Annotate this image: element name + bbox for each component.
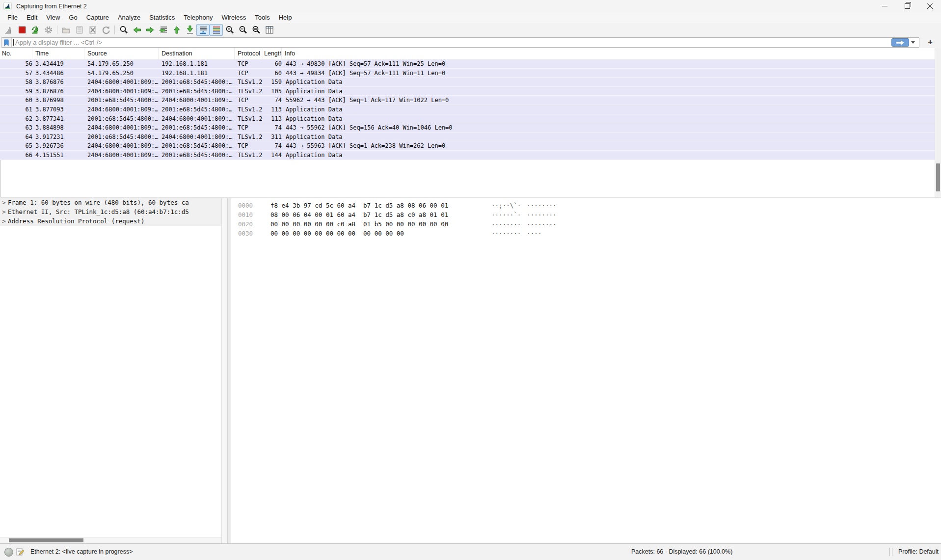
column-header-protocol[interactable]: Protocol	[235, 48, 263, 59]
packet-destination: 2404:6800:4001:809:…	[159, 133, 235, 142]
hex-row[interactable]: 002000 00 00 00 00 00 c0 a801 b5 00 00 0…	[231, 219, 941, 229]
go-top-icon[interactable]	[170, 24, 183, 36]
zoom-out-icon[interactable]	[236, 24, 249, 36]
column-header-source[interactable]: Source	[84, 48, 159, 59]
menu-wireless[interactable]: Wireless	[217, 12, 250, 23]
add-filter-button[interactable]: +	[925, 38, 935, 47]
menu-view[interactable]: View	[42, 12, 64, 23]
packet-time: 3.434419	[32, 59, 84, 69]
menu-file[interactable]: File	[3, 12, 22, 23]
apply-filter-button[interactable]	[891, 38, 909, 47]
close-button[interactable]	[918, 0, 941, 12]
packet-protocol: TLSv1.2	[235, 105, 263, 114]
packet-source: 2404:6800:4001:809:…	[84, 78, 159, 87]
expand-chevron-icon[interactable]: >	[0, 217, 8, 226]
packet-row[interactable]: 613.8770932404:6800:4001:809:…2001:e68:5…	[0, 105, 935, 114]
go-forward-icon[interactable]	[143, 24, 157, 36]
packet-row[interactable]: 653.9267362404:6800:4001:809:…2001:e68:5…	[0, 141, 935, 151]
packet-row[interactable]: 593.8768762404:6800:4001:809:…2001:e68:5…	[0, 87, 935, 96]
hex-ascii: ········	[527, 201, 556, 210]
expert-info-icon[interactable]	[4, 548, 13, 557]
menu-statistics[interactable]: Statistics	[145, 12, 179, 23]
go-back-icon[interactable]	[130, 24, 143, 36]
hex-row[interactable]: 0000f8 e4 3b 97 cd 5c 60 a4b7 1c d5 a8 0…	[231, 201, 941, 210]
expand-chevron-icon[interactable]: >	[0, 198, 8, 208]
packet-row[interactable]: 633.8848982404:6800:4001:809:…2001:e68:5…	[0, 123, 935, 133]
packet-no: 58	[0, 78, 32, 87]
packet-no: 60	[0, 96, 32, 105]
expand-chevron-icon[interactable]: >	[0, 208, 8, 217]
reload-file-icon[interactable]	[99, 24, 112, 36]
capture-comment-icon[interactable]	[16, 548, 25, 556]
auto-scroll-toggle-icon[interactable]	[196, 24, 210, 36]
packet-bytes-pane: 0000f8 e4 3b 97 cd 5c 60 a4b7 1c d5 a8 0…	[231, 198, 941, 544]
packet-time: 3.876876	[32, 87, 84, 96]
packet-no: 65	[0, 141, 32, 151]
open-file-icon[interactable]	[59, 24, 73, 36]
capture-options-gear-icon[interactable]	[42, 24, 55, 36]
profile-text[interactable]: Profile: Default	[898, 544, 939, 560]
packet-row[interactable]: 664.1515512404:6800:4001:809:…2001:e68:5…	[0, 151, 935, 160]
zoom-reset-icon[interactable]	[249, 24, 263, 36]
packet-protocol: TLSv1.2	[235, 87, 263, 96]
packet-row[interactable]: 623.8773412001:e68:5d45:4800:…2404:6800:…	[0, 114, 935, 124]
detail-row[interactable]: >Frame 1: 60 bytes on wire (480 bits), 6…	[0, 198, 221, 208]
find-packet-icon[interactable]	[117, 24, 130, 36]
column-header-info[interactable]: Info	[282, 48, 935, 59]
colorize-toggle-icon[interactable]	[210, 24, 223, 36]
scrollbar-thumb[interactable]	[936, 163, 940, 191]
packet-length: 311	[263, 133, 282, 142]
title-bar: Capturing from Ethernet 2	[0, 0, 941, 12]
hex-ascii: ········	[527, 210, 556, 219]
menu-telephony[interactable]: Telephony	[179, 12, 217, 23]
packet-protocol: TLSv1.2	[235, 78, 263, 87]
column-header-time[interactable]: Time	[32, 48, 84, 59]
packet-row[interactable]: 563.43441954.179.65.250192.168.1.181TCP6…	[0, 59, 935, 69]
column-header-length[interactable]: Length	[263, 48, 282, 59]
menu-analyze[interactable]: Analyze	[113, 12, 145, 23]
packet-row[interactable]: 643.9172312001:e68:5d45:4800:…2404:6800:…	[0, 133, 935, 142]
hex-bytes: f8 e4 3b 97 cd 5c 60 a4	[270, 201, 355, 210]
hex-offset: 0000	[238, 201, 260, 210]
menu-go[interactable]: Go	[64, 12, 81, 23]
minimize-button[interactable]	[873, 0, 896, 12]
packet-no: 66	[0, 151, 32, 160]
filter-dropdown-caret-icon[interactable]	[911, 41, 915, 44]
restart-capture-icon[interactable]	[28, 24, 42, 36]
packet-row[interactable]: 583.8768762404:6800:4001:809:…2001:e68:5…	[0, 78, 935, 87]
stop-capture-icon[interactable]	[15, 24, 28, 36]
menu-edit[interactable]: Edit	[22, 12, 42, 23]
save-file-icon[interactable]	[73, 24, 86, 36]
hex-ascii: ········	[491, 229, 521, 238]
filter-bookmark-button[interactable]	[1, 38, 12, 47]
restore-button[interactable]	[896, 0, 918, 12]
detail-row[interactable]: >Ethernet II, Src: TPLink_1c:d5:a8 (60:a…	[0, 208, 221, 217]
packet-list-header: No.TimeSourceDestinationProtocolLengthIn…	[0, 48, 935, 60]
menu-tools[interactable]: Tools	[250, 12, 274, 23]
hex-row[interactable]: 001008 00 06 04 00 01 60 a4b7 1c d5 a8 c…	[231, 210, 941, 219]
packet-row[interactable]: 573.43448654.179.65.250192.168.1.181TCP6…	[0, 69, 935, 78]
start-capture-icon[interactable]	[2, 24, 15, 36]
packet-list-scrollbar[interactable]	[935, 48, 941, 197]
go-to-packet-icon[interactable]	[157, 24, 170, 36]
close-file-icon[interactable]	[86, 24, 99, 36]
menu-help[interactable]: Help	[274, 12, 296, 23]
packet-no: 62	[0, 114, 32, 124]
column-header-destination[interactable]: Destination	[159, 48, 235, 59]
packet-row[interactable]: 603.8769982001:e68:5d45:4800:…2404:6800:…	[0, 96, 935, 105]
details-horizontal-scrollbar[interactable]	[0, 537, 221, 544]
packet-info: Application Data	[282, 105, 935, 114]
column-header-no[interactable]: No.	[0, 48, 32, 59]
detail-row[interactable]: >Address Resolution Protocol (request)	[0, 217, 221, 226]
packet-length: 74	[263, 141, 282, 151]
packet-source: 2404:6800:4001:809:…	[84, 141, 159, 151]
zoom-in-icon[interactable]	[223, 24, 236, 36]
scrollbar-thumb[interactable]	[9, 538, 83, 542]
display-filter-input[interactable]: Apply a display filter ... <Ctrl-/>	[1, 37, 919, 48]
packet-length: 105	[263, 87, 282, 96]
go-bottom-icon[interactable]	[183, 24, 196, 36]
resize-columns-icon[interactable]	[263, 24, 276, 36]
menu-capture[interactable]: Capture	[82, 12, 113, 23]
hex-row[interactable]: 003000 00 00 00 00 00 00 0000 00 00 00··…	[231, 229, 941, 238]
packet-protocol: TCP	[235, 96, 263, 105]
